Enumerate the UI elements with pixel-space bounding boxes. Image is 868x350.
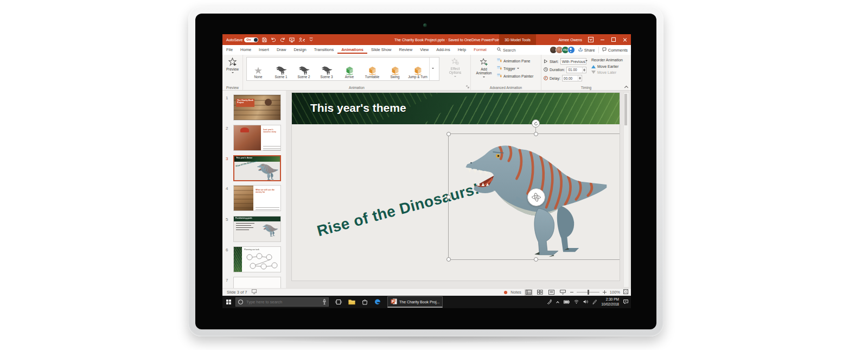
advanced-animation-command[interactable]: Animation Pane	[497, 58, 533, 63]
account-name[interactable]: Aimee Owens	[558, 38, 582, 42]
animation-gallery-item[interactable]: Scene 1	[270, 58, 292, 80]
ribbon-tab[interactable]: Animations	[337, 46, 367, 54]
search-input[interactable]: Search	[497, 47, 516, 53]
collaborator-avatars[interactable]: FS	[550, 46, 575, 54]
avatar[interactable]	[567, 46, 575, 54]
ribbon-tab[interactable]: Insert	[255, 46, 273, 54]
share-button[interactable]: Share	[578, 47, 595, 53]
fit-to-window-icon[interactable]	[623, 289, 628, 295]
scrollbar-thumb[interactable]	[624, 94, 627, 125]
normal-view-icon[interactable]	[525, 289, 533, 296]
task-view-icon[interactable]	[335, 299, 342, 306]
advanced-animation-command[interactable]: Animation Painter	[497, 73, 533, 79]
file-explorer-icon[interactable]	[348, 299, 355, 306]
start-icon[interactable]	[226, 300, 231, 304]
animation-gallery-item[interactable]: Swing	[384, 58, 406, 80]
effect-options-button[interactable]: Effect Options	[442, 58, 469, 78]
edge-icon[interactable]	[374, 298, 381, 306]
volume-icon[interactable]	[583, 300, 588, 304]
display-settings-icon[interactable]	[252, 289, 257, 295]
animation-gallery-item[interactable]: Arrive	[338, 58, 361, 80]
resize-handle-bottom-left[interactable]	[446, 257, 451, 262]
start-slideshow-icon[interactable]	[289, 37, 295, 42]
ribbon-tab[interactable]: Transitions	[310, 46, 337, 54]
3d-rotate-control[interactable]	[527, 188, 545, 206]
slide-title[interactable]: This year's theme	[310, 101, 406, 114]
zoom-level[interactable]: 100%	[610, 290, 620, 295]
animation-gallery-item[interactable]: Scene 2	[292, 58, 315, 80]
duration-input[interactable]	[566, 67, 586, 73]
slide-thumbnail-7[interactable]: 7	[222, 277, 286, 288]
ribbon-tab[interactable]: Add-ins	[432, 46, 454, 54]
ribbon-tab[interactable]: Format	[470, 46, 490, 54]
contextual-tab-3d-model-tools[interactable]: 3D Model Tools	[499, 34, 536, 45]
add-animation-button[interactable]: Add Animation	[473, 58, 495, 79]
slideshow-icon[interactable]	[559, 289, 567, 296]
comments-button[interactable]: Comments	[602, 47, 628, 53]
microphone-icon[interactable]	[323, 299, 326, 305]
delay-input[interactable]	[562, 75, 582, 81]
preview-button[interactable]: Preview	[226, 58, 239, 74]
action-center-icon[interactable]	[623, 300, 628, 305]
resize-handle-top[interactable]	[534, 132, 538, 136]
collapse-ribbon-icon[interactable]	[624, 85, 628, 89]
resize-handle-left[interactable]	[446, 195, 451, 199]
network-icon[interactable]	[574, 300, 579, 304]
zoom-slider[interactable]	[577, 292, 599, 292]
rotate-handle[interactable]	[532, 119, 540, 128]
minimize-icon[interactable]	[599, 37, 605, 42]
draw-mode-icon[interactable]	[298, 37, 305, 42]
animation-gallery-item[interactable]: None	[247, 58, 270, 80]
save-icon[interactable]	[262, 37, 267, 42]
dialog-launcher-icon[interactable]	[466, 85, 469, 89]
ribbon-tab[interactable]: Review	[395, 46, 417, 54]
restore-icon[interactable]	[611, 37, 616, 42]
vertical-scrollbar[interactable]	[623, 92, 629, 288]
ribbon-tab[interactable]: Draw	[273, 46, 290, 54]
ribbon-tab[interactable]: File	[222, 46, 237, 54]
ribbon-tab[interactable]: View	[416, 46, 432, 54]
notes-button[interactable]: Notes	[510, 290, 521, 295]
undo-icon[interactable]	[271, 37, 276, 42]
start-select[interactable]: With Previous	[560, 58, 586, 65]
selection-box[interactable]	[448, 133, 620, 260]
search-input[interactable]	[245, 299, 321, 305]
gallery-more-icon[interactable]	[429, 58, 436, 80]
move-earlier-button[interactable]: Move Earlier	[591, 65, 623, 68]
zoom-slider-thumb[interactable]	[588, 290, 589, 295]
ink-workspace-icon[interactable]	[547, 300, 552, 305]
hidden-icons-icon[interactable]	[556, 301, 559, 304]
close-icon[interactable]	[622, 37, 628, 42]
store-icon[interactable]	[362, 299, 368, 306]
pen-icon[interactable]	[592, 300, 597, 305]
slide-thumbnail-4[interactable]: 4 What we will use the money for	[222, 185, 286, 211]
redo-icon[interactable]	[280, 37, 285, 42]
reading-view-icon[interactable]	[547, 289, 556, 296]
move-later-button[interactable]: Move Later	[591, 71, 623, 74]
autosave-toggle[interactable]: AutoSave On	[226, 37, 258, 42]
taskbar-clock[interactable]: 2:30 PM 10/02/2018	[601, 297, 619, 306]
slide-sorter-icon[interactable]	[536, 289, 544, 296]
customize-qat-icon[interactable]	[309, 37, 313, 42]
animation-gallery-item[interactable]: Jump & Turn	[406, 58, 429, 80]
animation-gallery-item[interactable]: Turntable	[361, 58, 384, 80]
ribbon-display-options-icon[interactable]	[588, 37, 593, 42]
slide-thumbnail-6[interactable]: 6 Planning our task	[222, 246, 286, 272]
slide-3[interactable]: This year's theme Rise of the Dinosaurs!	[291, 92, 620, 281]
zoom-out-icon[interactable]	[570, 292, 573, 292]
advanced-animation-command[interactable]: Trigger	[497, 66, 533, 71]
battery-icon[interactable]	[564, 300, 570, 304]
slide-thumbnail-1[interactable]: 1 The Charity Book Project	[222, 94, 286, 120]
taskbar-active-app-powerpoint[interactable]: P The Charity Book Proj...	[387, 296, 443, 308]
resize-handle-top-left[interactable]	[446, 132, 451, 136]
ribbon-tab[interactable]: Design	[290, 46, 310, 54]
ribbon-tab[interactable]: Home	[237, 46, 255, 54]
ribbon-tab[interactable]: Help	[454, 46, 470, 54]
taskbar-search[interactable]	[235, 297, 329, 307]
animation-gallery-item[interactable]: Scene 3	[315, 58, 338, 80]
zoom-in-icon[interactable]	[603, 290, 607, 294]
ribbon-tab[interactable]: Slide Show	[367, 46, 395, 54]
resize-handle-bottom[interactable]	[534, 257, 538, 262]
spinner-icon[interactable]	[582, 67, 586, 73]
slide-thumbnail-3-selected[interactable]: 3 This year's theme Rise of the Dinosaur…	[222, 155, 286, 181]
